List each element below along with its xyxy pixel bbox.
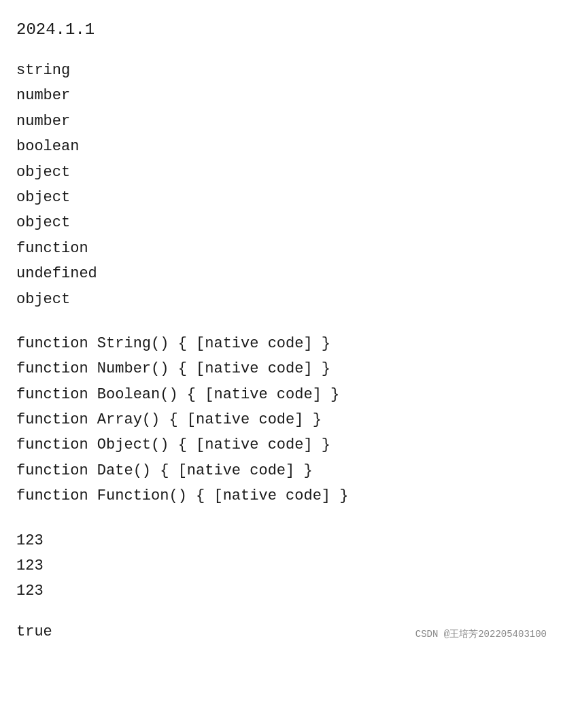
type-list-item: boolean <box>16 134 547 159</box>
type-list-item: number <box>16 109 547 134</box>
type-list-item: object <box>16 160 547 185</box>
result-section: true CSDN @王培芳202205403100 <box>16 623 547 640</box>
type-list-item: undefined <box>16 261 547 286</box>
constructor-list-item: function Array() { [native code] } <box>16 407 547 432</box>
number-list-item: 123 <box>16 528 547 553</box>
constructor-list-item: function Number() { [native code] } <box>16 356 547 381</box>
type-list-item: number <box>16 83 547 108</box>
number-list-item: 123 <box>16 578 547 604</box>
type-list-item: string <box>16 58 547 83</box>
constructor-list-item: function String() { [native code] } <box>16 331 547 356</box>
type-list-item: object <box>16 185 547 210</box>
number-list-item: 123 <box>16 553 547 578</box>
type-list: stringnumbernumberbooleanobjectobjectobj… <box>16 58 547 312</box>
type-list-item: object <box>16 210 547 235</box>
constructor-list-item: function Date() { [native code] } <box>16 458 547 483</box>
watermark: CSDN @王培芳202205403100 <box>415 628 547 640</box>
constructor-list-item: function Boolean() { [native code] } <box>16 382 547 407</box>
constructor-list: function String() { [native code] }funct… <box>16 331 547 509</box>
result-value: true <box>16 623 52 640</box>
version-label: 2024.1.1 <box>16 20 547 39</box>
type-list-item: function <box>16 236 547 261</box>
constructor-list-item: function Function() { [native code] } <box>16 483 547 508</box>
constructor-list-item: function Object() { [native code] } <box>16 432 547 457</box>
number-list: 123123123 <box>16 528 547 604</box>
type-list-item: object <box>16 287 547 312</box>
